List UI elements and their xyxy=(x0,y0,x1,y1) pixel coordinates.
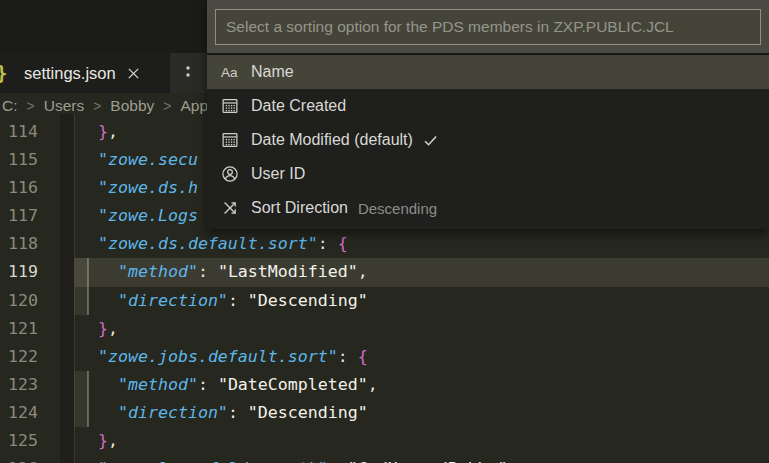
line-number[interactable]: 124 xyxy=(0,399,38,427)
tab-title: settings.json xyxy=(24,64,116,83)
code-line[interactable]: 125 }, xyxy=(0,427,769,455)
line-content: "direction": "Descending" xyxy=(78,399,368,427)
line-number[interactable]: 114 xyxy=(0,118,38,146)
breadcrumb-separator: > xyxy=(27,98,35,114)
line-content: "zowe.ds.h xyxy=(78,174,198,202)
breadcrumb-item[interactable]: Users xyxy=(44,97,84,115)
json-file-icon: } xyxy=(0,62,16,84)
close-icon[interactable] xyxy=(126,66,141,81)
quickpick-item-label: User ID xyxy=(251,165,305,183)
calendar-icon xyxy=(221,97,243,115)
code-line[interactable]: 123 "method": "DateCompleted", xyxy=(0,371,769,399)
line-number[interactable]: 117 xyxy=(0,202,38,230)
code-line[interactable]: 121 }, xyxy=(0,315,769,343)
line-content: "direction": "Descending" xyxy=(78,287,368,315)
line-content: "zowe.jobs.default.sort": { xyxy=(78,343,368,371)
quickpick-item-label: Name xyxy=(251,63,294,81)
line-number[interactable]: 118 xyxy=(0,230,38,258)
vertical-dots-icon xyxy=(185,61,191,85)
quickpick-item-label: Date Created xyxy=(251,97,346,115)
line-number[interactable]: 119 xyxy=(0,258,38,286)
line-number[interactable]: 121 xyxy=(0,315,38,343)
quickpick-item-label: Sort Direction xyxy=(251,199,348,217)
quickpick-item-description: Descending xyxy=(358,200,437,217)
line-number[interactable]: 123 xyxy=(0,371,38,399)
quickpick-list: AaNameDate CreatedDate Modified (default… xyxy=(207,55,769,229)
line-number[interactable]: 120 xyxy=(0,287,38,315)
line-number[interactable]: 125 xyxy=(0,427,38,455)
line-content: "method": "LastModified", xyxy=(78,258,368,286)
quickpick-item-name[interactable]: AaName xyxy=(207,55,769,89)
check-icon xyxy=(422,132,439,149)
quickpick-item-sort-direction[interactable]: Sort DirectionDescending xyxy=(207,191,769,225)
line-number[interactable]: 115 xyxy=(0,146,38,174)
quickpick-item-user-id[interactable]: User ID xyxy=(207,157,769,191)
quickpick-placeholder: Select a sorting option for the PDS memb… xyxy=(226,18,674,36)
line-content: "zowe.logs.folder.path": "C:/Users/Bobby… xyxy=(78,455,508,463)
account-icon xyxy=(221,165,243,183)
breadcrumb-item[interactable]: C: xyxy=(2,97,18,115)
line-content: }, xyxy=(78,427,118,455)
code-line[interactable]: 126 "zowe.logs.folder.path": "C:/Users/B… xyxy=(0,455,769,463)
calendar-icon xyxy=(221,131,243,149)
quickpick-item-label: Date Modified (default) xyxy=(251,131,413,149)
line-number[interactable]: 122 xyxy=(0,343,38,371)
quickpick-item-date-modified-default[interactable]: Date Modified (default) xyxy=(207,123,769,157)
code-line[interactable]: 124 "direction": "Descending" xyxy=(0,399,769,427)
code-line[interactable]: 122 "zowe.jobs.default.sort": { xyxy=(0,343,769,371)
tab-settings-json[interactable]: } settings.json xyxy=(0,53,166,93)
quickpick-item-date-created[interactable]: Date Created xyxy=(207,89,769,123)
line-content: "method": "DateCompleted", xyxy=(78,371,378,399)
line-number[interactable]: 116 xyxy=(0,174,38,202)
line-content: "zowe.secu xyxy=(78,146,198,174)
quickpick-header: Select a sorting option for the PDS memb… xyxy=(207,0,769,55)
code-line[interactable]: 118 "zowe.ds.default.sort": { xyxy=(0,230,769,258)
line-content: "zowe.Logs xyxy=(78,202,198,230)
breadcrumb-item[interactable]: Bobby xyxy=(110,97,154,115)
breadcrumb-separator: > xyxy=(163,98,171,114)
breadcrumb-separator: > xyxy=(93,98,101,114)
line-content: "zowe.ds.default.sort": { xyxy=(78,230,348,258)
quickpick-widget: Select a sorting option for the PDS memb… xyxy=(207,0,769,229)
code-line[interactable]: 120 "direction": "Descending" xyxy=(0,287,769,315)
arrow-swap-icon xyxy=(221,199,243,217)
quickpick-input[interactable]: Select a sorting option for the PDS memb… xyxy=(215,9,761,45)
vscode-window: } settings.json C:>Users>Bobby>AppData 1… xyxy=(0,0,769,463)
line-number[interactable]: 126 xyxy=(0,455,38,463)
case-sensitive-icon: Aa xyxy=(221,65,243,80)
line-content: }, xyxy=(78,315,118,343)
code-line[interactable]: 119 "method": "LastModified", xyxy=(0,258,769,286)
line-content: }, xyxy=(78,118,118,146)
